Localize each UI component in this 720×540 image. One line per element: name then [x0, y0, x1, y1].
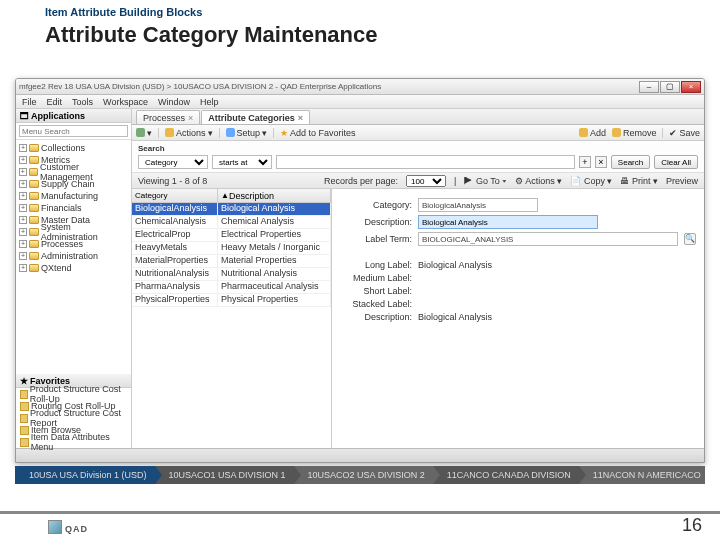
expand-icon[interactable]: + [19, 192, 27, 200]
table-row[interactable]: MaterialPropertiesMaterial Properties [132, 255, 331, 268]
tree-node[interactable]: +QXtend [19, 262, 128, 274]
tree-node[interactable]: +Administration [19, 250, 128, 262]
breadcrumb-item[interactable]: 10USACO2 USA DIVISION 2 [294, 466, 433, 484]
favorite-item[interactable]: Product Structure Cost Roll-Up [16, 388, 131, 400]
table-row[interactable]: BiologicalAnalysisBiological Analysis [132, 203, 331, 216]
desc2-value: Biological Analysis [418, 312, 492, 322]
breadcrumb-item[interactable]: 10USA USA Division 1 (USD) [15, 466, 155, 484]
folder-icon [29, 144, 39, 152]
folder-icon [29, 168, 38, 176]
expand-icon[interactable]: + [19, 180, 27, 188]
maximize-button[interactable]: ▢ [660, 81, 680, 93]
add-button[interactable]: Add [579, 128, 606, 138]
tab-attribute-categories[interactable]: Attribute Categories× [201, 110, 310, 124]
search-button[interactable]: Search [611, 155, 650, 169]
menu-window[interactable]: Window [158, 97, 190, 107]
close-icon[interactable]: × [298, 113, 303, 123]
setup-menu[interactable]: Setup ▾ [226, 128, 268, 138]
folder-icon [29, 240, 39, 248]
menu-bar[interactable]: File Edit Tools Workspace Window Help [16, 95, 704, 109]
folder-icon [29, 252, 39, 260]
print-button[interactable]: 🖶 Print ▾ [620, 176, 658, 186]
label-short: Short Label: [340, 286, 412, 296]
copy-button[interactable]: 📄 Copy ▾ [570, 176, 612, 186]
folder-icon [29, 216, 39, 224]
breadcrumb-item[interactable]: 11CANCO CANADA DIVISION [433, 466, 579, 484]
col-description[interactable]: ▲ Description [218, 189, 331, 202]
actions-menu[interactable]: Actions ▾ [165, 128, 213, 138]
menu-edit[interactable]: Edit [47, 97, 63, 107]
close-button[interactable]: × [681, 81, 701, 93]
menu-tools[interactable]: Tools [72, 97, 93, 107]
search-field-select[interactable]: Category [138, 155, 208, 169]
lookup-icon[interactable]: 🔍 [684, 233, 696, 245]
search-value-input[interactable] [276, 155, 575, 169]
col-category[interactable]: Category [132, 189, 218, 202]
tree-node[interactable]: +Manufacturing [19, 190, 128, 202]
label-term: Label Term: [340, 234, 412, 244]
remove-criteria-button[interactable]: × [595, 156, 607, 168]
expand-icon[interactable]: + [19, 156, 27, 164]
menu-file[interactable]: File [22, 97, 37, 107]
table-row[interactable]: NutritionalAnalysisNutritional Analysis [132, 268, 331, 281]
tab-processes[interactable]: Processes× [136, 110, 200, 124]
breadcrumb-item[interactable]: 10USACO1 USA DIVISION 1 [155, 466, 294, 484]
sidebar-apps-header[interactable]: 🗔Applications [16, 109, 131, 123]
preview-button[interactable]: Preview [666, 176, 698, 186]
save-button[interactable]: ✔Save [669, 128, 700, 138]
tree-node[interactable]: +Financials [19, 202, 128, 214]
label-stacked: Stacked Label: [340, 299, 412, 309]
folder-icon [29, 192, 39, 200]
search-operator-select[interactable]: starts at [212, 155, 272, 169]
table-row[interactable]: ElectricalPropElectrical Properties [132, 229, 331, 242]
page-number: 16 [682, 515, 702, 536]
expand-icon[interactable]: + [19, 240, 27, 248]
perpage-select[interactable]: 100 [406, 175, 446, 187]
remove-button[interactable]: Remove [612, 128, 657, 138]
expand-icon[interactable]: + [19, 264, 27, 272]
table-row[interactable]: PhysicalPropertiesPhysical Properties [132, 294, 331, 307]
footer-divider [0, 511, 720, 514]
expand-icon[interactable]: + [19, 144, 27, 152]
expand-icon[interactable]: + [19, 228, 27, 236]
window-titlebar[interactable]: mfgee2 Rev 18 USA USA Division (USD) > 1… [16, 79, 704, 95]
tree-node[interactable]: +Collections [19, 142, 128, 154]
folder-icon [29, 180, 39, 188]
tree-node[interactable]: +System Administration [19, 226, 128, 238]
folder-icon [29, 156, 39, 164]
expand-icon[interactable]: + [19, 216, 27, 224]
table-row[interactable]: ChemicalAnalysisChemical Analysis [132, 216, 331, 229]
close-icon[interactable]: × [188, 113, 193, 123]
detail-panel: Category: Description: Label Term:🔍 Long… [332, 189, 704, 448]
minimize-button[interactable]: – [639, 81, 659, 93]
menu-help[interactable]: Help [200, 97, 219, 107]
expand-icon[interactable]: + [19, 168, 27, 176]
menu-workspace[interactable]: Workspace [103, 97, 148, 107]
favorite-item[interactable]: Item Data Attributes Menu [16, 436, 131, 448]
table-row[interactable]: HeavyMetalsHeavy Metals / Inorganic [132, 242, 331, 255]
table-row[interactable]: PharmaAnalysisPharmaceutical Analysis [132, 281, 331, 294]
results-grid[interactable]: Category ▲ Description BiologicalAnalysi… [132, 189, 332, 448]
description-field[interactable] [418, 215, 598, 229]
folder-icon [29, 264, 39, 272]
slide-subtitle: Item Attribute Building Blocks [45, 6, 700, 18]
add-criteria-button[interactable]: + [579, 156, 591, 168]
label-category: Category: [340, 200, 412, 210]
expand-icon[interactable]: + [19, 252, 27, 260]
brand-logo: QAD [48, 518, 88, 536]
breadcrumb-item[interactable]: 11NACON N AMERICACO [579, 466, 705, 484]
category-field[interactable] [418, 198, 538, 212]
menu-search-input[interactable] [19, 125, 128, 137]
label-term-field[interactable] [418, 232, 678, 246]
expand-icon[interactable]: + [19, 204, 27, 212]
favorite-item[interactable]: Product Structure Cost Report [16, 412, 131, 424]
grid-actions-menu[interactable]: ⚙ Actions ▾ [515, 176, 562, 186]
sidebar: 🗔Applications +Collections+Metrics+Custo… [16, 109, 132, 448]
add-favorites-button[interactable]: ★Add to Favorites [280, 128, 356, 138]
tab-strip: Processes× Attribute Categories× [132, 109, 704, 125]
back-button[interactable]: ▾ [136, 128, 152, 138]
workspace-breadcrumb[interactable]: 10USA USA Division 1 (USD)10USACO1 USA D… [15, 466, 705, 484]
goto-button[interactable]: ⯈ Go To ▾ [464, 176, 507, 186]
tree-node[interactable]: +Customer Management [19, 166, 128, 178]
clear-all-button[interactable]: Clear All [654, 155, 698, 169]
